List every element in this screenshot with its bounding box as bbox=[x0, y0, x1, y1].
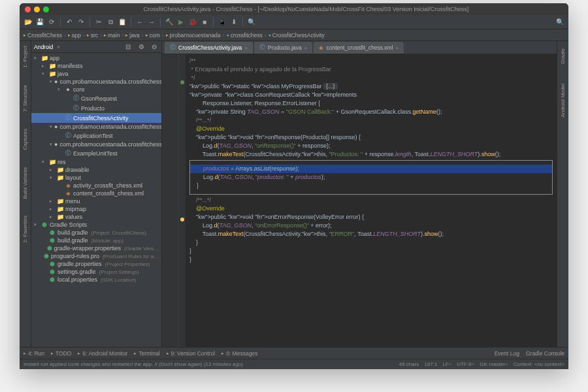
tree-item[interactable]: ⒸApplicationTest bbox=[31, 131, 161, 140]
pkg-icon: ● bbox=[54, 78, 57, 85]
tree-item[interactable]: ⒸGsonRequest bbox=[31, 93, 161, 103]
undo-icon[interactable]: ↶ bbox=[65, 18, 74, 27]
sdk-icon[interactable]: ⬇ bbox=[229, 18, 238, 27]
tool-window-button[interactable]: ▸9: Version Control bbox=[167, 350, 216, 357]
tree-item[interactable]: ◈content_crossfit_chess.xml bbox=[31, 189, 161, 197]
gear-icon[interactable]: ⚙ bbox=[137, 42, 146, 52]
status-field[interactable]: LF÷ bbox=[442, 361, 451, 367]
redo-icon[interactable]: ↷ bbox=[76, 18, 86, 27]
status-field[interactable]: Git: master÷ bbox=[480, 361, 508, 367]
tool-window-button[interactable]: ▸0: Messages bbox=[221, 350, 257, 357]
gradle-icon: ⬢ bbox=[49, 269, 56, 275]
tool-window-button[interactable]: Event Log bbox=[495, 350, 519, 357]
tool-window-button[interactable]: ▸4: Run bbox=[24, 350, 44, 357]
dir-icon: 📁 bbox=[57, 214, 63, 220]
back-icon[interactable]: ← bbox=[135, 18, 144, 27]
dir-icon: 📁 bbox=[49, 159, 56, 165]
save-icon[interactable]: 💾 bbox=[35, 18, 44, 27]
tree-item[interactable]: ⬢build.gradle(Project: CrossfitChess) bbox=[31, 229, 161, 237]
code-editor[interactable]: /** * Encapsula el prendido y apagado de… bbox=[186, 54, 557, 347]
run-icon[interactable]: ▶ bbox=[176, 18, 186, 27]
breadcrumb-item[interactable]: ▸java bbox=[125, 32, 140, 39]
editor-tab[interactable]: ⒸCrossfitChessActivity.java× bbox=[165, 42, 253, 54]
status-field[interactable]: 197:1 bbox=[424, 361, 437, 367]
tool-tab[interactable]: Captures bbox=[22, 127, 28, 152]
refresh-icon[interactable]: ⟳ bbox=[47, 18, 56, 27]
tool-window-button[interactable]: ▸Terminal bbox=[134, 350, 159, 357]
status-field[interactable]: Context: <no context> bbox=[514, 361, 564, 367]
tool-tab[interactable]: Gradle bbox=[560, 46, 566, 66]
paste-icon[interactable]: 📋 bbox=[118, 18, 127, 27]
tool-tab[interactable]: Android Model bbox=[560, 82, 566, 120]
cut-icon[interactable]: ✂ bbox=[94, 18, 103, 27]
status-field[interactable]: UTF-8÷ bbox=[457, 361, 474, 367]
close-button[interactable] bbox=[25, 7, 31, 12]
tool-tab[interactable]: Build Variants bbox=[22, 165, 28, 201]
close-tab-icon[interactable]: × bbox=[304, 45, 308, 51]
status-field[interactable]: 48 chars bbox=[399, 361, 419, 367]
forward-icon[interactable]: → bbox=[147, 18, 156, 27]
tree-item[interactable]: ⒸExampleUnitTest bbox=[31, 148, 161, 158]
close-tab-icon[interactable]: × bbox=[244, 45, 248, 51]
project-sidebar: Android ▾ ⊟ ⚙ ⊖ ▾📁app▸📁manifests▾📁java▾●… bbox=[31, 41, 162, 347]
tool-tab[interactable]: 1: Project bbox=[22, 44, 28, 70]
tool-tab[interactable]: 2: Favorites bbox=[22, 214, 28, 245]
copy-icon[interactable]: ⧉ bbox=[106, 18, 115, 27]
breadcrumb-item[interactable]: ▸CrossfitChess bbox=[24, 32, 62, 39]
tree-item[interactable]: ▸📁drawable bbox=[31, 166, 161, 174]
pkg-icon: ● bbox=[65, 86, 71, 93]
tree-item[interactable]: ▾●com.probarnocuestanada.crossfitchess bbox=[31, 78, 161, 86]
editor-tab[interactable]: ◈content_crossfit_chess.xml× bbox=[314, 42, 404, 54]
stop-icon[interactable]: ■ bbox=[200, 18, 209, 27]
editor-tab[interactable]: ⒸProducto.java× bbox=[254, 42, 313, 54]
xml-icon: ◈ bbox=[65, 190, 71, 197]
avd-icon[interactable]: 📱 bbox=[218, 18, 227, 27]
tree-item[interactable]: ⒸProducto bbox=[31, 103, 161, 113]
tree-item[interactable]: ⒸCrossfitChessActivity bbox=[31, 113, 161, 123]
tree-item[interactable]: ▸📁values bbox=[31, 213, 161, 221]
open-icon[interactable]: 📂 bbox=[24, 18, 33, 27]
breadcrumb-item[interactable]: ●CrossfitChessActivity bbox=[269, 32, 325, 39]
debug-icon[interactable]: 🐞 bbox=[188, 18, 197, 27]
pkg-icon: ● bbox=[54, 141, 57, 148]
tree-item[interactable]: ▾●core bbox=[31, 86, 161, 93]
sidebar-tab-android[interactable]: Android bbox=[34, 44, 53, 50]
close-tab-icon[interactable]: × bbox=[396, 45, 399, 51]
tree-item[interactable]: ▾📁layout bbox=[31, 174, 161, 182]
tree-item[interactable]: ⬢proguard-rules.pro(ProGuard Rules for a… bbox=[31, 252, 161, 260]
tool-window-button[interactable]: Gradle Console bbox=[526, 350, 564, 357]
breadcrumb-item[interactable]: ▸app bbox=[68, 32, 81, 39]
search-everywhere-icon[interactable]: 🔍 bbox=[555, 18, 564, 27]
maximize-button[interactable] bbox=[43, 7, 49, 12]
window-title: CrossfitChessActivity.java - CrossfitChe… bbox=[49, 6, 563, 12]
search-icon[interactable]: 🔍 bbox=[247, 18, 256, 27]
minimize-button[interactable] bbox=[34, 7, 40, 12]
tree-item[interactable]: ▸📁mipmap bbox=[31, 205, 161, 213]
tree-item[interactable]: ▾📁java bbox=[31, 70, 161, 78]
tree-item[interactable]: ⬢local.properties(SDK Location) bbox=[31, 276, 161, 284]
tree-item[interactable]: ▾●com.probarnocuestanada.crossfitchess(a… bbox=[31, 123, 161, 131]
breadcrumb-item[interactable]: ▸com bbox=[146, 32, 160, 39]
tool-window-button[interactable]: ▸6: Android Monitor bbox=[78, 350, 127, 357]
tree-item[interactable]: ⬢settings.gradle(Project Settings) bbox=[31, 268, 161, 276]
tree-item[interactable]: ▾●com.probarnocuestanada.crossfitchess(t… bbox=[31, 140, 161, 148]
tree-item[interactable]: ▾📁res bbox=[31, 158, 161, 166]
collapse-icon[interactable]: ⊟ bbox=[123, 42, 133, 52]
tree-item[interactable]: ▸📁menu bbox=[31, 197, 161, 205]
breadcrumb-item[interactable]: ▸probarnocuestanada bbox=[166, 32, 221, 39]
tree-item[interactable]: ◈activity_crossfit_chess.xml bbox=[31, 182, 161, 189]
project-tree: ▾📁app▸📁manifests▾📁java▾●com.probarnocues… bbox=[31, 53, 161, 347]
tree-item[interactable]: ⬢build.gradle(Module: app) bbox=[31, 237, 161, 244]
breadcrumb-item[interactable]: ▸src bbox=[87, 32, 98, 39]
build-icon[interactable]: 🔨 bbox=[165, 18, 174, 27]
hide-icon[interactable]: ⊖ bbox=[150, 42, 159, 52]
tree-item[interactable]: ▾📁app bbox=[31, 54, 161, 62]
tree-item[interactable]: ⬢gradle.properties(Project Properties) bbox=[31, 260, 161, 268]
breadcrumb-item[interactable]: ▸main bbox=[104, 32, 120, 39]
tool-window-button[interactable]: ▸TODO bbox=[51, 350, 71, 357]
tree-item[interactable]: ▾⬢Gradle Scripts bbox=[31, 221, 161, 229]
breadcrumb-item[interactable]: ●crossfitchess bbox=[226, 32, 262, 39]
tool-tab[interactable]: 7: Structure bbox=[22, 83, 28, 114]
tree-item[interactable]: ⬢gradle-wrapper.properties(Gradle Vers… bbox=[31, 244, 161, 252]
tree-item[interactable]: ▸📁manifests bbox=[31, 62, 161, 70]
